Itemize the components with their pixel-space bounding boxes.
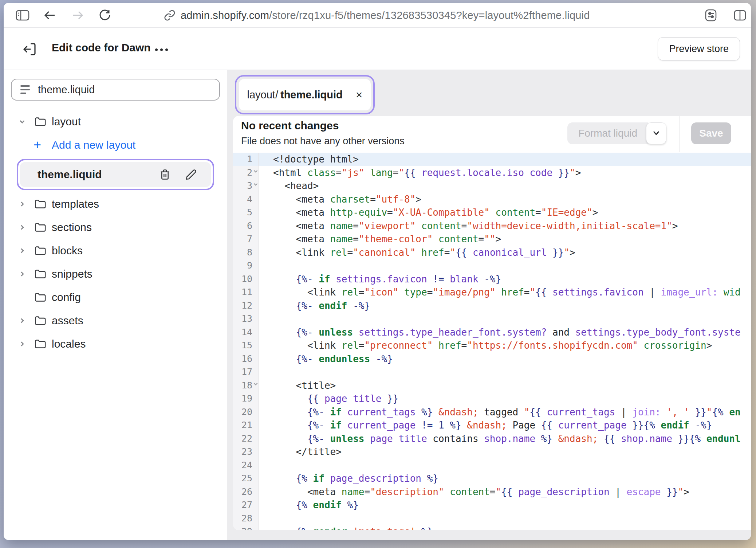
exit-editor-icon[interactable] bbox=[20, 40, 39, 58]
sidebar-folder-sections[interactable]: sections bbox=[4, 216, 227, 239]
code-line[interactable]: <title> bbox=[273, 379, 751, 392]
chevron-right-icon[interactable] bbox=[18, 317, 26, 325]
file-tree: layout+Add a new layouttheme.liquidtempl… bbox=[4, 110, 227, 356]
gutter-line-number: 22 bbox=[233, 432, 258, 446]
code-line[interactable]: <link rel="canonical" href="{{ canonical… bbox=[273, 246, 751, 259]
code-line[interactable]: {%- if current_page != 1 %} &ndash; Page… bbox=[273, 419, 751, 432]
gutter-line-number: 29 bbox=[233, 525, 258, 530]
code-line[interactable]: <meta name="description" content="{{ pag… bbox=[273, 485, 751, 499]
code-line[interactable]: {%- if current_tags %} &ndash; tagged "{… bbox=[273, 406, 751, 419]
fold-chevron-icon[interactable] bbox=[252, 181, 259, 188]
code-line[interactable]: {{ page_title }} bbox=[273, 392, 751, 406]
gutter-line-number[interactable]: 18 bbox=[233, 379, 258, 392]
delete-file-button[interactable] bbox=[155, 169, 174, 180]
code-line[interactable] bbox=[273, 365, 751, 379]
sidebar-toggle-icon[interactable] bbox=[15, 7, 31, 23]
code-line[interactable]: {%- endunless -%} bbox=[273, 352, 751, 366]
gutter-line-number[interactable]: 2 bbox=[233, 166, 258, 180]
gutter-line-number: 25 bbox=[233, 472, 258, 485]
folder-icon bbox=[34, 314, 47, 327]
close-tab-icon[interactable]: × bbox=[356, 89, 363, 101]
chevron-right-icon[interactable] bbox=[18, 247, 26, 255]
gutter-line-number: 23 bbox=[233, 445, 258, 459]
folder-icon bbox=[34, 221, 47, 234]
gutter-line-number: 27 bbox=[233, 498, 258, 512]
preview-store-button[interactable]: Preview store bbox=[658, 37, 740, 60]
search-value: theme.liquid bbox=[38, 84, 95, 96]
code-line[interactable]: <meta http-equiv="X-UA-Compatible" conte… bbox=[273, 206, 751, 219]
folder-label: sections bbox=[52, 221, 92, 234]
folder-label: layout bbox=[52, 116, 81, 128]
code-line[interactable]: {%- endif -%} bbox=[273, 299, 751, 313]
code-line[interactable] bbox=[273, 459, 751, 472]
code-line[interactable]: <html class="js" lang="{{ request.locale… bbox=[273, 166, 751, 180]
code-line[interactable]: <!doctype html> bbox=[259, 153, 751, 166]
chevron-right-icon[interactable] bbox=[18, 200, 26, 208]
code-line[interactable]: {% render 'meta-tags' %} bbox=[273, 525, 751, 530]
gutter-line-number: 12 bbox=[233, 299, 258, 313]
url-bar[interactable]: admin.shopify.com/store/rzq1xu-f5/themes… bbox=[164, 3, 590, 28]
sidebar-folder-locales[interactable]: locales bbox=[4, 332, 227, 356]
code-line[interactable]: {%- unless page_title contains shop.name… bbox=[273, 432, 751, 446]
split-view-icon[interactable] bbox=[732, 7, 748, 23]
code-line[interactable]: <meta name="theme-color" content=""> bbox=[273, 232, 751, 246]
gutter-line-number: 6 bbox=[233, 219, 258, 233]
folder-icon bbox=[34, 267, 47, 281]
code-line[interactable]: </title> bbox=[273, 445, 751, 459]
gutter-line-number[interactable]: 3 bbox=[233, 179, 258, 193]
url-path: /store/rzq1xu-f5/themes/132683530345?key… bbox=[269, 9, 590, 21]
chevron-down-icon bbox=[652, 130, 661, 136]
gutter-line-number: 24 bbox=[233, 459, 258, 472]
fold-chevron-icon[interactable] bbox=[252, 168, 259, 175]
code-line[interactable]: {%- unless settings.type_header_font.sys… bbox=[273, 326, 751, 339]
file-search-input[interactable]: theme.liquid bbox=[11, 79, 220, 101]
forward-icon[interactable] bbox=[70, 7, 86, 23]
code-line[interactable]: <link rel="icon" type="image/png" href="… bbox=[273, 286, 751, 299]
chevron-down-icon[interactable] bbox=[18, 118, 26, 126]
code-line[interactable] bbox=[273, 259, 751, 273]
gutter-line-number: 15 bbox=[233, 339, 258, 352]
sidebar-folder-config[interactable]: config bbox=[4, 286, 227, 309]
gutter-line-number: 20 bbox=[233, 406, 258, 419]
sidebar-folder-snippets[interactable]: snippets bbox=[4, 262, 227, 286]
code-line[interactable]: {% if page_description %} bbox=[273, 472, 751, 485]
add-layout-button[interactable]: +Add a new layout bbox=[4, 133, 227, 157]
tab-theme-liquid[interactable]: layout/theme.liquid × bbox=[239, 79, 371, 110]
chevron-right-icon[interactable] bbox=[18, 340, 26, 348]
code-lines[interactable]: <!doctype html><html class="js" lang="{{… bbox=[259, 153, 751, 530]
rename-file-button[interactable] bbox=[182, 169, 201, 180]
sidebar-file-theme.liquid[interactable]: theme.liquid bbox=[20, 162, 211, 187]
gutter-line-number: 19 bbox=[233, 392, 258, 406]
gutter-line-number: 26 bbox=[233, 485, 258, 499]
page-settings-icon[interactable] bbox=[703, 7, 719, 23]
sidebar-folder-assets[interactable]: assets bbox=[4, 309, 227, 332]
code-line[interactable]: {%- if settings.favicon != blank -%} bbox=[273, 273, 751, 286]
reload-icon[interactable] bbox=[97, 7, 113, 23]
code-line[interactable]: <head> bbox=[273, 179, 751, 193]
sidebar-folder-blocks[interactable]: blocks bbox=[4, 239, 227, 262]
chevron-right-icon[interactable] bbox=[18, 270, 26, 278]
sidebar-folder-layout[interactable]: layout bbox=[4, 110, 227, 133]
back-icon[interactable] bbox=[42, 7, 58, 23]
folder-label: snippets bbox=[52, 268, 92, 280]
code-line[interactable]: <meta charset="utf-8"> bbox=[273, 193, 751, 206]
format-dropdown-button[interactable] bbox=[646, 122, 666, 144]
more-actions-icon[interactable] bbox=[152, 42, 171, 57]
filter-icon bbox=[20, 85, 30, 94]
save-button[interactable]: Save bbox=[691, 122, 731, 144]
folder-label: locales bbox=[52, 338, 86, 350]
folder-icon bbox=[34, 197, 47, 211]
gutter-line-number: 11 bbox=[233, 286, 258, 299]
code-line[interactable]: <link rel="preconnect" href="https://fon… bbox=[273, 339, 751, 352]
folder-icon bbox=[34, 244, 47, 257]
format-liquid-button[interactable]: Format liquid bbox=[567, 122, 648, 144]
chevron-right-icon[interactable] bbox=[18, 223, 26, 231]
code-line[interactable]: {% endif %} bbox=[273, 498, 751, 512]
fold-chevron-icon[interactable] bbox=[252, 381, 259, 387]
sidebar-folder-templates[interactable]: templates bbox=[4, 192, 227, 216]
code-line[interactable] bbox=[273, 312, 751, 326]
tab-path-prefix: layout/ bbox=[247, 89, 278, 101]
code-line[interactable] bbox=[273, 512, 751, 525]
code-line[interactable]: <meta name="viewport" content="width=dev… bbox=[273, 219, 751, 233]
folder-label: templates bbox=[52, 198, 99, 210]
